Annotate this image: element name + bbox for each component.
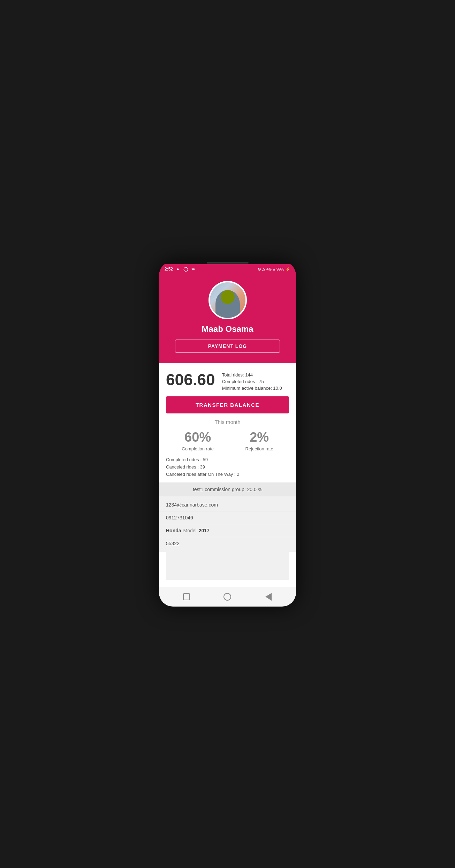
messenger-icon: ➥ [190, 266, 196, 272]
driver-phone: 0912731046 [166, 515, 289, 520]
transfer-balance-button[interactable]: TRANSFER BALANCE [166, 396, 289, 413]
completion-rate-value: 60% [184, 430, 211, 445]
header-section: Maab Osama PAYMENT LOG [159, 274, 296, 363]
notch-bar [207, 262, 249, 264]
completion-rate-label: Completion rate [182, 446, 214, 451]
driver-email: 1234@car.narbase.com [166, 502, 289, 508]
status-bar: 2:52 ● ◯ ➥ ⊙ △ 4G ▴ 99% ⚡ [159, 264, 296, 274]
empty-space [166, 552, 289, 580]
whatsapp-icon: ● [175, 266, 181, 272]
bottom-nav [159, 587, 296, 607]
divider3 [159, 537, 296, 537]
monthly-canceled-after-on-way: Canceled rides after On The Way : 2 [166, 472, 289, 477]
status-time: 2:52 [165, 267, 173, 272]
battery-icon: ⚡ [286, 267, 290, 272]
monthly-canceled-rides: Canceled rides : 39 [166, 464, 289, 470]
ride-stats: Total rides: 144 Completed rides : 75 Mi… [222, 370, 282, 391]
rejection-rate-item: 2% Rejection rate [245, 430, 273, 451]
car-plate: 55322 [166, 541, 289, 546]
driver-car-info: HondaModel2017 [166, 528, 289, 533]
phone-frame: 2:52 ● ◯ ➥ ⊙ △ 4G ▴ 99% ⚡ Maab Osama PAY… [159, 261, 296, 607]
signal-bars-icon: ▴ [273, 267, 275, 272]
balance-section: 606.60 Total rides: 144 Completed rides … [166, 370, 289, 391]
commission-text: test1 commission group: 20.0 % [193, 487, 262, 492]
rates-section: 60% Completion rate 2% Rejection rate [166, 430, 289, 451]
avatar-image [210, 282, 245, 318]
completed-rides-stat: Completed rides : 75 [222, 379, 282, 384]
monthly-stats: Completed rides : 59 Canceled rides : 39… [166, 457, 289, 477]
rejection-rate-label: Rejection rate [245, 446, 273, 451]
back-triangle-icon [265, 593, 272, 601]
battery-percentage: 99% [276, 267, 284, 271]
rejection-rate-value: 2% [250, 430, 269, 445]
circle-icon [223, 593, 231, 601]
wifi-icon: △ [262, 267, 265, 272]
divider1 [159, 511, 296, 511]
monthly-completed-rides: Completed rides : 59 [166, 457, 289, 462]
signal-icon: ⊙ [258, 267, 261, 272]
avatar-container [208, 281, 247, 319]
status-right: ⊙ △ 4G ▴ 99% ⚡ [258, 267, 290, 272]
payment-log-button[interactable]: PAYMENT LOG [175, 340, 280, 353]
network-4g-icon: 4G [266, 267, 272, 271]
user-name: Maab Osama [202, 324, 253, 334]
completion-rate-item: 60% Completion rate [182, 430, 214, 451]
balance-amount: 606.60 [166, 370, 215, 388]
car-brand: Honda [166, 528, 181, 533]
person-icon: ◯ [183, 266, 188, 272]
nav-home-button[interactable] [222, 592, 232, 602]
divider2 [159, 524, 296, 524]
square-icon [183, 593, 190, 600]
nav-back-button[interactable] [264, 592, 273, 602]
phone-notch [159, 261, 296, 264]
status-left: 2:52 ● ◯ ➥ [165, 266, 196, 272]
commission-bar: test1 commission group: 20.0 % [159, 482, 296, 496]
info-section: 1234@car.narbase.com 0912731046 HondaMod… [159, 496, 296, 552]
nav-recent-apps-button[interactable] [182, 592, 191, 602]
main-content: 606.60 Total rides: 144 Completed rides … [159, 363, 296, 587]
total-rides-stat: Total rides: 144 [222, 372, 282, 378]
car-year: 2017 [199, 528, 210, 533]
this-month-label: This month [166, 419, 289, 425]
car-model-label: Model [183, 528, 197, 533]
min-active-balance-stat: Minimum active balance: 10.0 [222, 386, 282, 391]
